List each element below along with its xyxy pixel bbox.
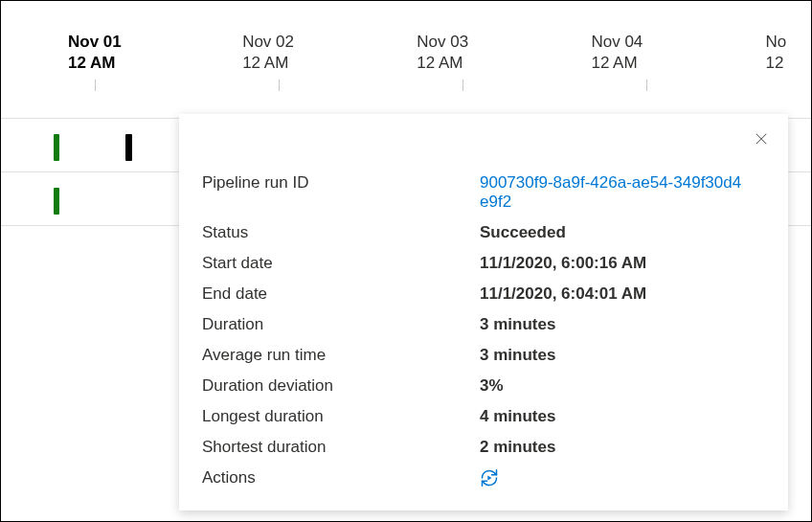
value-end: 11/1/2020, 6:04:01 AM xyxy=(480,284,646,304)
row-shortest: Shortest duration 2 minutes xyxy=(202,432,765,463)
date-time: 12 xyxy=(766,54,784,72)
tick-row xyxy=(1,79,811,118)
date-time: 12 AM xyxy=(68,54,115,72)
label-run-id: Pipeline run ID xyxy=(202,173,480,193)
date-day: Nov 04 xyxy=(591,33,643,51)
date-label: Nov 03 12 AM xyxy=(417,32,591,74)
value-duration: 3 minutes xyxy=(480,315,555,334)
row-end: End date 11/1/2020, 6:04:01 AM xyxy=(202,279,765,309)
close-button[interactable] xyxy=(750,127,773,150)
row-longest: Longest duration 4 minutes xyxy=(202,401,765,432)
label-start: Start date xyxy=(202,254,480,273)
row-run-id: Pipeline run ID 900730f9-8a9f-426a-ae54-… xyxy=(202,168,765,217)
date-day: Nov 01 xyxy=(68,33,122,51)
run-detail-panel: Pipeline run ID 900730f9-8a9f-426a-ae54-… xyxy=(179,114,788,511)
row-deviation: Duration deviation 3% xyxy=(202,371,765,401)
run-bar[interactable] xyxy=(54,188,59,215)
row-duration: Duration 3 minutes xyxy=(202,309,765,340)
run-bar-selected[interactable] xyxy=(125,134,132,161)
rerun-button[interactable] xyxy=(480,468,499,488)
row-actions: Actions xyxy=(202,463,765,493)
close-icon xyxy=(755,132,768,146)
date-day: No xyxy=(766,33,787,51)
label-longest: Longest duration xyxy=(202,407,480,426)
label-avg: Average run time xyxy=(202,346,480,365)
date-label: Nov 02 12 AM xyxy=(242,32,417,74)
link-run-id[interactable]: 900730f9-8a9f-426a-ae54-349f30d4e9f2 xyxy=(480,173,748,212)
tick-mark xyxy=(646,79,647,91)
date-label: Nov 01 12 AM xyxy=(68,32,242,74)
value-deviation: 3% xyxy=(480,376,504,396)
label-deviation: Duration deviation xyxy=(202,376,480,396)
timeline-header: Nov 01 12 AM Nov 02 12 AM Nov 03 12 AM N… xyxy=(1,1,811,74)
row-start: Start date 11/1/2020, 6:00:16 AM xyxy=(202,248,765,279)
tick-mark xyxy=(95,79,96,91)
date-time: 12 AM xyxy=(242,54,288,72)
label-actions: Actions xyxy=(202,468,480,488)
date-label: Nov 04 12 AM xyxy=(591,32,765,74)
date-time: 12 AM xyxy=(591,54,637,72)
tick-mark xyxy=(462,79,463,91)
tick-mark xyxy=(279,79,280,91)
row-status: Status Succeeded xyxy=(202,217,765,248)
value-longest: 4 minutes xyxy=(480,407,555,426)
row-avg: Average run time 3 minutes xyxy=(202,340,765,371)
label-shortest: Shortest duration xyxy=(202,438,480,457)
value-status: Succeeded xyxy=(480,223,566,242)
date-day: Nov 03 xyxy=(417,33,468,51)
value-start: 11/1/2020, 6:00:16 AM xyxy=(480,254,646,273)
date-label: No 12 xyxy=(766,32,811,74)
date-day: Nov 02 xyxy=(242,33,294,51)
date-time: 12 AM xyxy=(417,54,462,72)
svg-marker-2 xyxy=(487,476,491,481)
value-shortest: 2 minutes xyxy=(480,438,555,457)
label-status: Status xyxy=(202,223,480,242)
label-end: End date xyxy=(202,284,480,304)
label-duration: Duration xyxy=(202,315,480,334)
rerun-icon xyxy=(480,468,499,488)
run-bar[interactable] xyxy=(54,134,59,161)
value-avg: 3 minutes xyxy=(480,346,555,365)
